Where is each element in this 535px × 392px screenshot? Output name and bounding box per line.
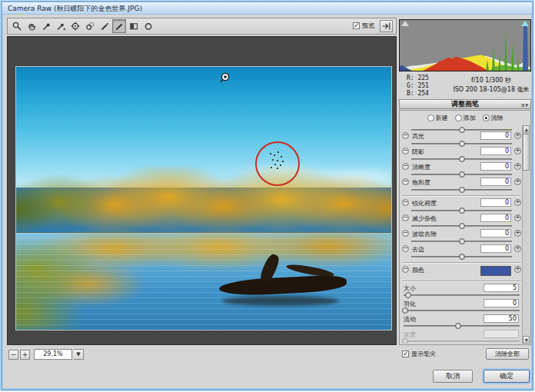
photo-canvas[interactable] [15,66,392,331]
photo-driftwood-reflection [222,296,338,307]
zoom-in-button[interactable]: + [20,350,30,360]
decrement-button[interactable]: − [402,199,409,206]
brush-mode-3[interactable]: 清除 [483,114,503,122]
increment-button[interactable]: + [514,230,521,237]
decrement-button[interactable]: − [402,163,409,170]
slider-thumb[interactable] [459,171,465,178]
slider-track[interactable] [411,174,512,175]
shadow-clipping-warning-icon[interactable] [401,21,409,26]
slider-value-input[interactable]: 50 [483,314,519,323]
radio-icon[interactable] [455,115,462,121]
increment-button[interactable]: + [514,214,521,221]
preview-toggle[interactable]: 预览 [353,22,374,30]
slider-thumb[interactable] [459,208,465,214]
slider-track[interactable] [411,210,512,211]
slider-thumb[interactable] [459,223,465,229]
targeted-adjustment-tool[interactable] [68,19,82,33]
slider-thumb[interactable] [405,292,411,298]
highlight-clipping-warning-icon[interactable] [521,21,529,26]
scroll-down-icon[interactable] [523,336,530,344]
toggle-fullscreen-button[interactable] [380,20,393,32]
annotation-circle [255,141,300,186]
slider-thumb[interactable] [455,323,461,329]
slider-track[interactable] [411,241,512,242]
white-balance-tool[interactable] [39,19,53,33]
decrement-button[interactable]: − [402,230,409,237]
increment-button[interactable]: + [514,266,521,273]
slider-value-input[interactable]: 0 [480,147,511,155]
decrement-button[interactable]: − [402,214,409,221]
slider-track[interactable] [404,341,520,342]
clear-all-button[interactable]: 清除全部 [486,348,529,360]
increment-button[interactable]: + [514,245,521,252]
decrement-button[interactable]: − [402,148,409,154]
zoom-tool[interactable] [10,19,24,33]
preferences-tool[interactable] [141,19,155,33]
brush-mode-1[interactable]: 新建 [427,114,448,122]
slider-track[interactable] [411,158,512,160]
sliders-scroll-area: −高光0+−阴影0+−清晰度0+−饱和度0+−锐化程度0+−减少杂色0+−波纹去… [400,125,530,344]
cancel-button[interactable]: 取消 [433,370,473,383]
red-eye-removal-tool[interactable] [98,19,111,33]
slider-value-input[interactable]: 0 [480,178,511,186]
slider-thumb[interactable] [402,307,408,314]
slider-track[interactable] [411,143,512,145]
zoom-out-button[interactable]: − [8,350,18,360]
decrement-button[interactable]: − [402,132,409,139]
slider-value-input[interactable]: 5 [483,284,519,292]
slider-track[interactable] [404,325,520,327]
decrement-button[interactable]: − [402,245,409,252]
radio-icon[interactable] [427,115,434,121]
radio-icon[interactable] [483,115,490,121]
increment-button[interactable]: + [514,132,521,139]
slider-value-input[interactable]: 0 [480,198,511,207]
slider-track[interactable] [411,256,512,257]
slider-value-input[interactable]: 0 [480,244,511,253]
brush-mode-2[interactable]: 添加 [455,114,476,122]
slider-value-input[interactable]: 0 [480,162,511,171]
slider-thumb[interactable] [459,141,465,147]
slider-track[interactable] [411,189,512,191]
zoom-level-dropdown-icon[interactable]: ▼ [74,349,84,360]
slider-thumb[interactable] [459,254,465,260]
slider-thumb[interactable] [459,156,465,162]
slider-thumb[interactable] [459,187,465,193]
slider-track[interactable] [404,310,520,311]
increment-button[interactable]: + [514,148,521,154]
zoom-level-select[interactable]: 29.1% [34,349,72,360]
graduated-filter-tool[interactable] [127,19,141,33]
group-separator [402,281,521,281]
increment-button[interactable]: + [514,199,521,206]
slider-label: 饱和度 [412,178,430,187]
show-pins-toggle[interactable]: 显示笔尖 [402,350,436,358]
panel-header[interactable]: 调整画笔 ≡▾ [399,99,531,109]
slider-track-partial[interactable] [411,126,512,131]
slider-thumb[interactable] [459,238,465,244]
window-titlebar[interactable]: Camera Raw (秋日暖阳下的金色世界.JPG) [2,2,532,15]
panel-scrollbar[interactable] [522,125,530,344]
color-swatch[interactable] [480,266,511,276]
panel-menu-icon[interactable]: ≡▾ [521,101,528,110]
preview-checkbox[interactable] [353,22,360,29]
slider-value-input[interactable]: 0 [483,299,519,307]
decrement-button[interactable]: − [402,266,409,273]
spot-removal-tool[interactable] [83,19,97,33]
show-pins-checkbox[interactable] [402,350,409,357]
slider-value-input[interactable] [483,330,519,338]
increment-button[interactable]: + [514,163,521,170]
slider-track[interactable] [411,225,512,227]
scroll-up-icon[interactable] [523,125,530,133]
slider-thumb[interactable] [402,338,408,344]
slider-value-input[interactable]: 0 [480,229,511,238]
scroll-thumb[interactable] [523,134,530,171]
slider-track[interactable] [404,294,520,296]
color-sampler-tool[interactable] [54,19,68,33]
slider-value-input[interactable]: 0 [480,131,511,140]
slider-value-input[interactable]: 0 [480,214,511,222]
slider-label: 高光 [412,132,424,141]
hand-tool[interactable] [25,19,38,33]
ok-button[interactable]: 确定 [483,370,530,383]
decrement-button[interactable]: − [402,178,409,185]
adjustment-brush-tool[interactable] [112,19,126,33]
increment-button[interactable]: + [514,178,521,185]
